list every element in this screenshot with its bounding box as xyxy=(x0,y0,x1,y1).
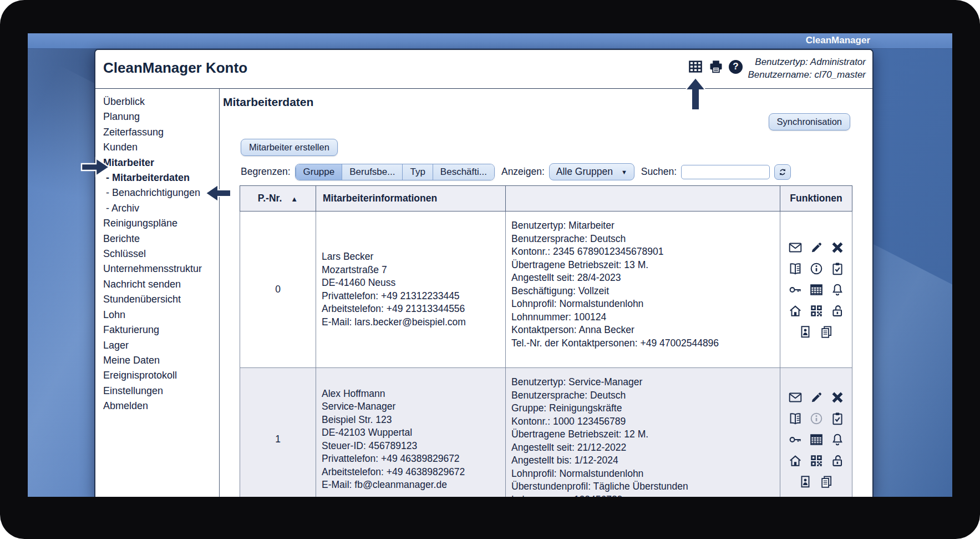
info-icon[interactable] xyxy=(809,411,824,426)
detail-line: Angestellt seit: 28/4-2023 xyxy=(511,271,774,285)
sidebar-item[interactable]: Meine Daten xyxy=(103,353,219,368)
delete-icon[interactable] xyxy=(830,240,845,255)
sidebar-item[interactable]: Ereignisprotokoll xyxy=(103,368,219,383)
copy-icon[interactable] xyxy=(819,475,834,489)
photo-icon[interactable] xyxy=(798,475,813,489)
detail-line: Benutzersprache: Deutsch xyxy=(511,389,774,402)
filter-segment-button[interactable]: Beschäfti... xyxy=(433,164,494,180)
mail-icon[interactable] xyxy=(788,240,803,255)
sidebar-item[interactable]: Unternehmensstruktur xyxy=(103,261,219,276)
edit-icon[interactable] xyxy=(809,240,824,255)
sidebar: Überblick Planung Zeiterfassung Kunden M… xyxy=(95,89,220,497)
unlock-icon[interactable] xyxy=(830,454,845,468)
column-details xyxy=(506,186,780,211)
sidebar-item[interactable]: Lohn xyxy=(103,308,219,323)
sidebar-item[interactable]: Schlüssel xyxy=(103,246,219,261)
table-view-icon[interactable] xyxy=(688,59,703,74)
detail-line: Gruppe: Reinigungskräfte xyxy=(511,402,774,415)
search-input[interactable] xyxy=(681,165,770,179)
sidebar-item[interactable]: Reinigungspläne xyxy=(103,216,219,231)
filter-segment-button[interactable]: Berufsbe... xyxy=(342,164,402,180)
detail-line: Benutzertyp: Mitarbeiter xyxy=(511,219,774,233)
filter-segment-button[interactable]: Typ xyxy=(402,164,432,180)
detail-line: Übertragene Betriebszeit: 12 M. xyxy=(511,428,774,441)
filter-segment-button[interactable]: Gruppe xyxy=(296,164,342,180)
refresh-button[interactable] xyxy=(774,164,791,180)
sidebar-item[interactable]: Stundenübersicht xyxy=(103,292,219,307)
sidebar-item[interactable]: Berichte xyxy=(103,231,219,246)
arrow-up-annotation-icon xyxy=(684,77,707,111)
bell-icon[interactable] xyxy=(830,432,845,447)
header-icon-group: ? xyxy=(688,59,743,74)
tasks-icon[interactable] xyxy=(830,261,845,276)
page-heading: Mitarbeiterdaten xyxy=(223,95,313,109)
create-employee-button[interactable]: Mitarbeiter erstellen xyxy=(241,139,338,156)
group-dropdown-value: Alle Gruppen xyxy=(556,166,613,178)
unlock-icon[interactable] xyxy=(830,304,845,318)
filter-toolbar: Begrenzen: Gruppe Berufsbe... Typ Beschä… xyxy=(241,163,791,180)
sidebar-item[interactable]: Nachricht senden xyxy=(103,277,219,292)
desktop-background: CleanManager CleanManager Konto ? Benutz… xyxy=(28,33,952,497)
ledger-icon[interactable] xyxy=(788,261,803,276)
photo-icon[interactable] xyxy=(798,325,813,339)
limit-filter-group: Gruppe Berufsbe... Typ Beschäfti... xyxy=(295,164,495,180)
sidebar-item[interactable]: Mitarbeiter xyxy=(103,155,219,170)
column-pnr: P.-Nr.▲ xyxy=(240,186,316,211)
ledger-icon[interactable] xyxy=(788,411,803,426)
table-row: 1 Alex HoffmannService-ManagerBeispiel S… xyxy=(240,368,852,497)
user-name-label: Benutzername: cl70_master xyxy=(748,68,866,81)
info-line: Service-Manager xyxy=(322,400,500,414)
key-icon[interactable] xyxy=(788,283,803,297)
detail-line: Lohnprofil: Normalstundenlohn xyxy=(511,467,774,481)
qr-icon[interactable] xyxy=(809,304,824,318)
tasks-icon[interactable] xyxy=(830,411,845,426)
detail-line: Benutzersprache: Deutsch xyxy=(511,233,774,246)
sidebar-item[interactable]: Fakturierung xyxy=(103,323,219,337)
table-row: 0 Lars BeckerMozartstraße 7DE-41460 Neus… xyxy=(240,211,852,368)
info-line: DE-42103 Wuppertal xyxy=(322,426,500,440)
sidebar-item[interactable]: Planung xyxy=(103,109,219,124)
help-icon[interactable]: ? xyxy=(729,60,743,74)
schedule-icon[interactable] xyxy=(809,432,824,447)
detail-line: Kontonr.: 1000 123456789 xyxy=(511,415,774,429)
synchronisation-button[interactable]: Synchronisation xyxy=(769,113,850,130)
edit-icon[interactable] xyxy=(809,390,824,405)
sidebar-item[interactable]: - Benachrichtigungen xyxy=(103,185,219,200)
group-dropdown[interactable]: Alle Gruppen ▼ xyxy=(549,163,634,180)
sidebar-item[interactable]: Überblick xyxy=(103,94,219,109)
detail-line: Lohnnummer: 100124 xyxy=(511,311,774,324)
window-header: CleanManager Konto ? Benutzertyp: Admini… xyxy=(95,50,872,89)
employee-details-cell: Benutzertyp: Service-ManagerBenutzerspra… xyxy=(506,368,780,497)
browser-topbar: CleanManager xyxy=(28,33,952,49)
sidebar-item[interactable]: - Archiv xyxy=(103,201,219,216)
chevron-down-icon: ▼ xyxy=(621,169,627,175)
employee-info-cell: Alex HoffmannService-ManagerBeispiel Str… xyxy=(316,368,506,497)
info-line: E-Mail: lars.becker@beispiel.com xyxy=(322,316,500,329)
pnr-cell: 0 xyxy=(240,211,316,368)
info-line: Privattelefon: +49 21312233445 xyxy=(322,290,500,303)
print-icon[interactable] xyxy=(708,59,724,74)
mail-icon[interactable] xyxy=(788,390,803,405)
sidebar-item[interactable]: Abmelden xyxy=(103,399,219,414)
key-icon[interactable] xyxy=(788,432,803,447)
detail-line: Angestellt seit: 21/12-2022 xyxy=(511,441,774,455)
qr-icon[interactable] xyxy=(809,454,824,468)
detail-line: Angestellt bis: 1/12-2024 xyxy=(511,454,774,467)
sidebar-item[interactable]: Kunden xyxy=(103,140,219,155)
home-icon[interactable] xyxy=(788,454,803,468)
info-icon[interactable] xyxy=(809,261,824,276)
page-title: CleanManager Konto xyxy=(103,59,247,77)
sidebar-item[interactable]: Lager xyxy=(103,338,219,353)
sidebar-item[interactable]: Einstellungen xyxy=(103,384,219,399)
bell-icon[interactable] xyxy=(830,283,845,297)
home-icon[interactable] xyxy=(788,304,803,318)
employee-info-cell: Lars BeckerMozartstraße 7DE-41460 NeussP… xyxy=(316,211,506,368)
sidebar-item[interactable]: - Mitarbeiterdaten xyxy=(103,170,219,185)
schedule-icon[interactable] xyxy=(809,283,824,297)
info-line: Privattelefon: +49 46389829672 xyxy=(322,452,500,466)
delete-icon[interactable] xyxy=(830,390,845,405)
sidebar-item[interactable]: Zeiterfassung xyxy=(103,125,219,140)
sort-asc-icon[interactable]: ▲ xyxy=(291,195,298,203)
employee-details-cell: Benutzertyp: MitarbeiterBenutzersprache:… xyxy=(506,211,780,368)
copy-icon[interactable] xyxy=(819,325,834,339)
